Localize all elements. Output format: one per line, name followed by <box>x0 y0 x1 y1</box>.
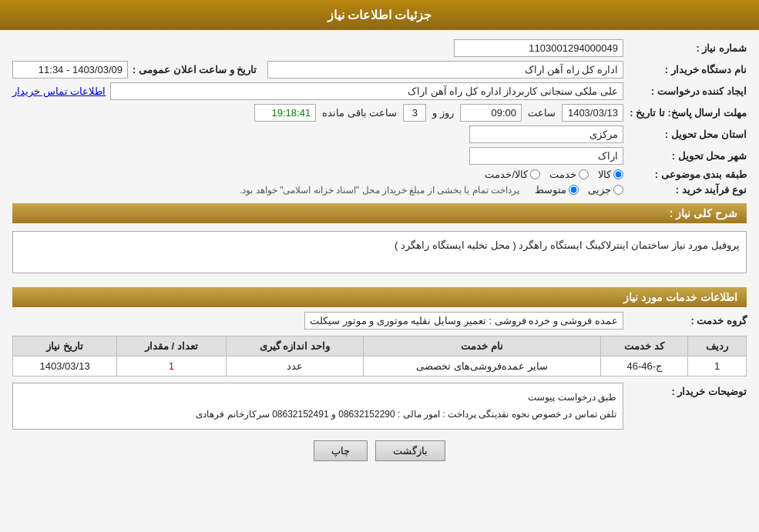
col-row: ردیف <box>688 336 747 356</box>
announce-value-box: 1403/03/09 - 11:34 <box>12 61 128 79</box>
buyer-station-box: اداره کل راه آهن اراک <box>267 61 623 79</box>
type-row: طبقه بندی موضوعی : کالا خدمت کالا/خدمت <box>12 169 747 180</box>
process-jozi-item: جزیی <box>588 184 623 196</box>
announce-label: تاریخ و ساعت اعلان عمومی : <box>133 64 257 75</box>
cell-qty: 1 <box>117 356 226 376</box>
cell-code: ج-46-46 <box>601 356 688 376</box>
type-both-label: کالا/خدمت <box>485 169 528 180</box>
deadline-days-box: 3 <box>403 104 426 122</box>
buyer-notes-area: طبق درخواست پیوست تلفن تماس در خصوص نحوه… <box>12 383 623 430</box>
city-value: اراک <box>469 147 623 165</box>
creator-row: ایجاد کننده درخواست : علی ملکی سنجانی کا… <box>12 82 747 100</box>
description-wrapper: پروفیل مورد نیاز ساختمان اینترلاکینگ ایس… <box>12 228 747 279</box>
deadline-datetime: 1403/03/13 ساعت 09:00 روز و 3 ساعت باقی … <box>12 104 623 122</box>
col-name: نام خدمت <box>363 336 600 356</box>
announce-row: نام دستگاه خریدار : اداره کل راه آهن ارا… <box>12 61 747 79</box>
need-number-label: شماره نیاز : <box>623 42 747 54</box>
col-date: تاریخ نیاز <box>13 336 117 356</box>
creator-value: علی ملکی سنجانی کاربرداز اداره کل راه آه… <box>110 82 623 100</box>
service-table-header-row: ردیف کد خدمت نام خدمت واحد اندازه گیری ت… <box>13 336 747 356</box>
cell-date: 1403/03/13 <box>13 356 117 376</box>
process-label: نوع فرآیند خرید : <box>623 184 747 196</box>
need-number-box: 1103001294000049 <box>454 39 623 57</box>
type-both-item: کالا/خدمت <box>485 169 540 180</box>
service-table-head: ردیف کد خدمت نام خدمت واحد اندازه گیری ت… <box>13 336 747 356</box>
process-radio-group: جزیی متوسط پرداخت تمام یا بخشی از مبلغ خ… <box>12 184 623 196</box>
type-khedmat-radio[interactable] <box>579 169 589 179</box>
buyer-station-area: اداره کل راه آهن اراک تاریخ و ساعت اعلان… <box>12 61 623 79</box>
deadline-time-label: ساعت <box>528 107 556 119</box>
service-table-body: 1 ج-46-46 سایر عمده‌فروشی‌های تخصصی عدد … <box>13 356 747 376</box>
type-area: کالا خدمت کالا/خدمت <box>12 169 623 180</box>
back-button[interactable]: بازگشت <box>375 440 445 461</box>
col-code: کد خدمت <box>601 336 688 356</box>
services-section-label: اطلاعات خدمات مورد نیاز <box>623 291 737 303</box>
description-section-header: شرح کلی نیاز : <box>12 203 747 223</box>
province-label: استان محل تحویل : <box>623 129 747 140</box>
cell-unit: عدد <box>226 356 363 376</box>
page-wrapper: جزئیات اطلاعات نیاز شماره نیاز : 1103001… <box>0 0 759 532</box>
buyer-notes-label: توضیحات خریدار : <box>623 383 747 397</box>
remaining-label: ساعت باقی مانده <box>322 107 397 119</box>
type-kala-radio[interactable] <box>613 169 623 179</box>
service-table: ردیف کد خدمت نام خدمت واحد اندازه گیری ت… <box>12 336 747 376</box>
buyer-station-label: نام دستگاه خریدار : <box>623 64 747 75</box>
process-mota-item: متوسط <box>535 184 579 196</box>
creator-flex: علی ملکی سنجانی کاربرداز اداره کل راه آه… <box>12 82 623 100</box>
remaining-time-box: 19:18:41 <box>254 104 316 122</box>
need-number-row: شماره نیاز : 1103001294000049 <box>12 39 747 57</box>
deadline-days-label: روز و <box>432 107 454 119</box>
buyer-notes-box: طبق درخواست پیوست تلفن تماس در خصوص نحوه… <box>12 383 623 430</box>
process-jozi-radio[interactable] <box>613 185 623 195</box>
print-button[interactable]: چاپ <box>314 440 368 461</box>
city-area: اراک <box>12 147 623 165</box>
type-both-radio[interactable] <box>530 169 540 179</box>
cell-row: 1 <box>688 356 747 376</box>
group-service-row: گروه خدمت : عمده فروشی و خرده فروشی : تع… <box>12 312 747 330</box>
type-khedmat-item: خدمت <box>549 169 589 180</box>
deadline-label: مهلت ارسال پاسخ: تا تاریخ : <box>623 107 747 119</box>
process-area: جزیی متوسط پرداخت تمام یا بخشی از مبلغ خ… <box>12 184 623 196</box>
type-kala-label: کالا <box>598 169 611 180</box>
description-box: پروفیل مورد نیاز ساختمان اینترلاکینگ ایس… <box>12 231 747 273</box>
process-mota-radio[interactable] <box>569 185 579 195</box>
col-unit: واحد اندازه گیری <box>226 336 363 356</box>
deadline-date-box: 1403/03/13 <box>562 104 623 122</box>
header-bar: جزئیات اطلاعات نیاز <box>0 0 759 30</box>
group-service-area: عمده فروشی و خرده فروشی : تعمیر وسایل نق… <box>12 312 623 330</box>
province-area: مرکزی <box>12 125 623 143</box>
city-label: شهر محل تحویل : <box>623 150 747 162</box>
creator-area: علی ملکی سنجانی کاربرداز اداره کل راه آه… <box>12 82 623 100</box>
announce-flex: اداره کل راه آهن اراک تاریخ و ساعت اعلان… <box>12 61 623 79</box>
type-kala-item: کالا <box>598 169 623 180</box>
process-row: نوع فرآیند خرید : جزیی متوسط پرداخت تمام… <box>12 184 747 196</box>
creator-label: ایجاد کننده درخواست : <box>623 85 747 97</box>
group-service-value: عمده فروشی و خرده فروشی : تعمیر وسایل نق… <box>304 312 623 330</box>
deadline-time-box: 09:00 <box>460 104 522 122</box>
group-service-label: گروه خدمت : <box>623 315 747 326</box>
table-row: 1 ج-46-46 سایر عمده‌فروشی‌های تخصصی عدد … <box>13 356 747 376</box>
creator-link[interactable]: اطلاعات تماس خریدار <box>12 85 106 97</box>
col-qty: تعداد / مقدار <box>117 336 226 356</box>
cell-name: سایر عمده‌فروشی‌های تخصصی <box>363 356 600 376</box>
need-number-value: 1103001294000049 <box>12 39 623 57</box>
deadline-area: 1403/03/13 ساعت 09:00 روز و 3 ساعت باقی … <box>12 104 623 122</box>
province-row: استان محل تحویل : مرکزی <box>12 125 747 143</box>
deadline-row: مهلت ارسال پاسخ: تا تاریخ : 1403/03/13 س… <box>12 104 747 122</box>
process-mota-label: متوسط <box>535 184 566 196</box>
description-section-label: شرح کلی نیاز : <box>670 207 737 219</box>
services-section-header: اطلاعات خدمات مورد نیاز <box>12 287 747 307</box>
city-row: شهر محل تحویل : اراک <box>12 147 747 165</box>
main-content: شماره نیاز : 1103001294000049 نام دستگاه… <box>0 30 759 481</box>
page-title: جزئیات اطلاعات نیاز <box>327 8 432 22</box>
type-khedmat-label: خدمت <box>549 169 576 180</box>
button-row: بازگشت چاپ <box>12 440 747 461</box>
type-radio-group: کالا خدمت کالا/خدمت <box>12 169 623 180</box>
type-label: طبقه بندی موضوعی : <box>623 169 747 180</box>
buyer-notes-row: توضیحات خریدار : طبق درخواست پیوست تلفن … <box>12 383 747 430</box>
process-jozi-label: جزیی <box>588 184 611 196</box>
process-note: پرداخت تمام یا بخشی از مبلغ خریداز محل "… <box>240 185 519 196</box>
province-value: مرکزی <box>469 125 623 143</box>
